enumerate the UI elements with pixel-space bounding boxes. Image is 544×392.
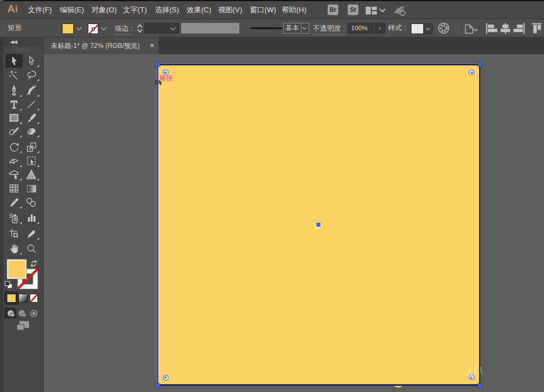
mesh-tool[interactable] (6, 182, 22, 195)
eraser-tool[interactable] (23, 125, 40, 138)
control-bar-grip[interactable] (2, 21, 5, 35)
width-profile-chevron-icon (233, 25, 237, 29)
rotate-tool[interactable] (6, 140, 22, 154)
menu-effect[interactable]: 效果(C) (187, 1, 211, 18)
brush-definition-chevron-icon[interactable] (301, 23, 309, 34)
magic-wand-tool[interactable] (6, 68, 22, 82)
free-transform-tool[interactable] (23, 154, 40, 168)
blend-tool-icon (26, 197, 37, 207)
graphic-style-chevron-icon[interactable] (424, 23, 433, 34)
perspective-grid-tool-icon (26, 169, 37, 180)
type-tool[interactable] (6, 98, 22, 111)
collapse-panel-icon[interactable]: ◀◀ (10, 39, 17, 45)
anchor-handle-bottom-left[interactable] (156, 384, 160, 388)
tools-panel-grip[interactable] (15, 48, 30, 51)
menu-file[interactable]: 文件(F) (28, 1, 52, 18)
dock-edge (0, 37, 3, 392)
screen-mode-button[interactable] (16, 321, 30, 331)
zoom-tool[interactable] (23, 242, 40, 255)
align-horizontal-center-icon[interactable] (500, 23, 511, 34)
stroke-weight-chevron-icon[interactable] (169, 23, 177, 33)
tools-panel-header: ◀◀ (3, 37, 44, 46)
tool-flyout-indicator (37, 122, 39, 124)
opacity-expand-button[interactable]: › (374, 23, 385, 34)
align-to-dropdown-icon[interactable] (464, 23, 479, 34)
direct-select-cursor-icon (155, 80, 163, 86)
stroke-color-swatch[interactable] (88, 23, 98, 34)
direct-selection-tool[interactable] (23, 54, 40, 68)
canvas-area[interactable]: 路径 (44, 54, 544, 392)
symbol-sprayer-tool[interactable] (6, 211, 22, 224)
graphic-style-swatch[interactable] (411, 23, 424, 34)
tool-flyout-indicator (37, 222, 39, 224)
bridge-button[interactable]: Br (328, 4, 338, 15)
perspective-grid-tool[interactable] (23, 168, 40, 181)
shape-builder-tool[interactable] (6, 168, 22, 181)
tool-flyout-indicator (20, 178, 22, 180)
selection-tool[interactable] (6, 54, 22, 68)
gradient-mode-button[interactable] (18, 294, 27, 303)
align-right-icon[interactable] (513, 23, 525, 34)
opacity-field[interactable]: 100% (348, 23, 375, 34)
scale-tool[interactable] (23, 140, 40, 154)
color-mode-button[interactable] (7, 294, 16, 303)
blend-tool[interactable] (23, 195, 40, 209)
lasso-tool[interactable] (23, 68, 40, 82)
pen-tool[interactable] (6, 84, 22, 97)
draw-normal-button[interactable] (4, 308, 16, 318)
paintbrush-tool[interactable] (23, 111, 40, 125)
recolor-artwork-icon[interactable] (438, 22, 450, 34)
align-left-icon[interactable] (486, 23, 498, 34)
line-segment-tool[interactable] (23, 98, 40, 111)
width-tool[interactable] (6, 154, 22, 168)
document-tab[interactable]: 未标题-1* @ 72% (RGB/预览) (44, 37, 159, 54)
draw-behind-button[interactable] (16, 308, 28, 318)
rotate-tool-icon (9, 142, 20, 152)
stroke-chevron-icon[interactable] (100, 23, 108, 33)
stroke-weight-label[interactable]: 描边 : (115, 24, 133, 35)
menu-edit[interactable]: 编辑(E) (60, 1, 84, 18)
anchor-handle-bottom-right[interactable] (478, 384, 482, 388)
default-fill-stroke-icon[interactable] (4, 281, 13, 289)
stroke-weight-stepper[interactable] (136, 23, 143, 34)
width-profile-dropdown (181, 23, 239, 34)
swap-fill-stroke-icon[interactable] (30, 260, 38, 267)
workspace-switcher-icon[interactable] (365, 6, 377, 15)
brush-definition-dropdown[interactable]: 基本 (283, 23, 309, 34)
eyedropper-tool[interactable] (6, 195, 22, 209)
rectangle-tool[interactable] (6, 111, 22, 125)
hand-tool[interactable] (6, 242, 22, 255)
corner-widget-top-right[interactable] (469, 69, 475, 75)
anchor-handle-top-right[interactable] (478, 63, 482, 66)
pencil-tool[interactable] (6, 125, 22, 138)
none-mode-button[interactable] (30, 294, 38, 303)
workspace-chevron-icon[interactable] (379, 8, 386, 13)
menu-view[interactable]: 视图(V) (218, 1, 242, 18)
menu-object[interactable]: 对象(O) (92, 1, 117, 18)
type-tool-icon (9, 99, 19, 110)
brush-definition-value[interactable]: 基本 (283, 23, 301, 34)
corner-widget-bottom-left[interactable] (163, 375, 169, 381)
menu-window[interactable]: 窗口(W) (250, 1, 276, 18)
curvature-tool[interactable] (23, 84, 40, 97)
slice-tool[interactable] (23, 227, 40, 240)
fill-color-swatch[interactable] (62, 23, 74, 34)
anchor-handle-top-left[interactable] (156, 63, 160, 66)
center-point-handle[interactable] (316, 223, 320, 227)
stock-button[interactable]: St (348, 4, 358, 15)
menu-select[interactable]: 选择(S) (155, 1, 179, 18)
artboard-tool[interactable] (6, 227, 22, 240)
column-graph-tool[interactable] (23, 211, 40, 224)
fill-chevron-icon[interactable] (75, 23, 83, 33)
gradient-tool[interactable] (23, 182, 40, 195)
cs-live-icon[interactable] (392, 5, 407, 17)
draw-inside-button[interactable] (28, 308, 40, 318)
menu-type[interactable]: 文字(T) (123, 1, 147, 18)
fill-proxy-swatch[interactable] (7, 259, 27, 279)
tab-close-icon[interactable]: ✕ (146, 37, 158, 54)
align-top-icon[interactable] (532, 23, 543, 34)
menu-help[interactable]: 帮助(H) (282, 1, 306, 18)
opacity-label[interactable]: 不透明度 : (313, 24, 345, 35)
tool-flyout-indicator (37, 135, 39, 137)
app-logo[interactable]: Ai (7, 3, 18, 15)
